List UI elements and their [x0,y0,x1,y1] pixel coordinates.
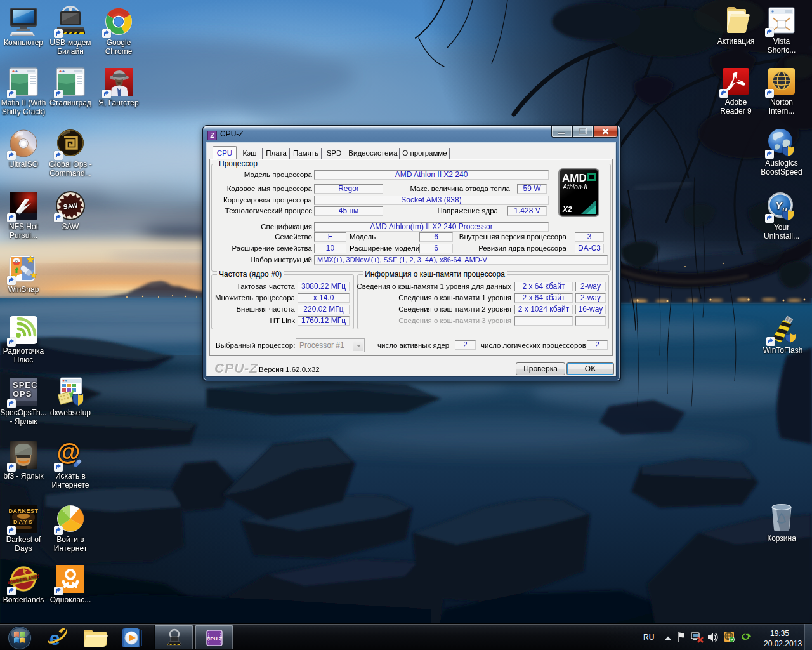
svg-text:X2: X2 [562,205,572,214]
svg-text:SPEC: SPEC [13,380,37,390]
svg-text:Athlon·II: Athlon·II [562,183,587,190]
svg-text:CPU·Z: CPU·Z [207,636,223,642]
svg-text:e: e [49,628,60,649]
svg-text:OPS: OPS [13,389,32,399]
svg-text:DAYS: DAYS [13,519,34,525]
svg-text:DARKEST: DARKEST [8,508,38,514]
